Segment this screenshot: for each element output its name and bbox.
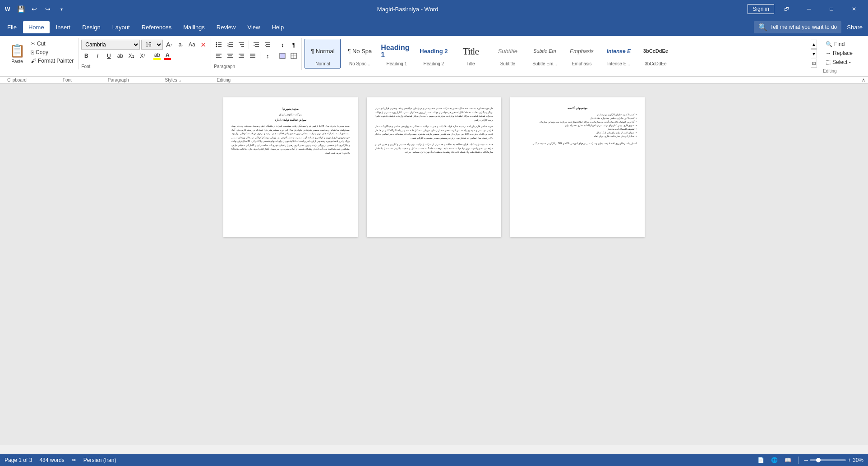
italic-button[interactable]: I [92, 51, 102, 61]
shading-button[interactable] [277, 51, 287, 61]
share-button[interactable]: Share [843, 22, 866, 32]
view-print-button[interactable]: 📄 [756, 455, 766, 465]
styles-scroll-up[interactable]: ▲ [811, 40, 817, 49]
font-size-select[interactable]: 16 [141, 40, 163, 50]
menu-home[interactable]: Home [23, 21, 50, 33]
show-formatting-button[interactable]: ¶ [289, 40, 299, 50]
find-button[interactable]: 🔍 Find [823, 40, 847, 49]
zoom-thumb[interactable] [816, 458, 821, 462]
clipboard-bottom-label: Clipboard [7, 78, 27, 82]
style-subtle-em[interactable]: Subtle Em Subtle Em... [526, 39, 563, 69]
justify-button[interactable] [248, 51, 258, 61]
redo-quick-btn[interactable]: ↪ [42, 3, 54, 15]
decrease-indent-button[interactable] [251, 40, 261, 50]
zoom-out-button[interactable]: ─ [804, 457, 808, 463]
align-right-button[interactable] [236, 51, 246, 61]
para-sep-2 [275, 41, 275, 49]
bullet-3: آنل ترین کنوفیانه قابل بیان آماده این سا… [518, 120, 637, 123]
view-read-button[interactable]: 📖 [783, 455, 793, 465]
borders-button[interactable] [289, 51, 299, 61]
subscript-button[interactable]: X₂ [126, 51, 136, 61]
style-emphasis-preview: Emphasis [566, 41, 597, 61]
superscript-button[interactable]: X² [138, 51, 148, 61]
styles-scroll-buttons: ▲ ▼ ⊡ [811, 40, 817, 68]
menu-design[interactable]: Design [77, 21, 106, 33]
style-subtitle[interactable]: Subtitle Subtitle [489, 39, 526, 69]
copy-button[interactable]: ⎘ Copy [29, 48, 75, 56]
bullets-button[interactable] [214, 40, 224, 50]
multilevel-list-button[interactable] [236, 40, 246, 50]
sign-in-button[interactable]: Sign in [748, 4, 774, 14]
style-normal[interactable]: ¶ Normal Normal [305, 39, 341, 69]
style-heading1[interactable]: Heading 1 Heading 1 [379, 39, 415, 69]
svg-rect-37 [280, 53, 285, 59]
word-count: 484 words [39, 457, 64, 463]
search-bar[interactable]: 🔍 Tell me what you want to do [754, 21, 841, 33]
svg-point-6 [216, 44, 217, 46]
styles-expand-icon[interactable]: ⌟ [179, 78, 181, 82]
quick-access-dropdown[interactable]: ▾ [55, 3, 68, 15]
menu-file[interactable]: File [2, 21, 22, 33]
styles-expand[interactable]: ⊡ [811, 59, 817, 68]
page1-body[interactable]: مجید بصیرنیا متولد سال 1348 از شهر قم و … [231, 124, 350, 155]
page2-body3[interactable]: همه بنت بیشتار و شکایت قرآن خطلقه به مطل… [375, 142, 493, 154]
menu-help[interactable]: Help [266, 21, 289, 33]
replace-button[interactable]: ↔ Replace [823, 49, 855, 58]
styles-scroll-down[interactable]: ▼ [811, 49, 817, 58]
save-quick-btn[interactable]: 💾 [14, 3, 27, 15]
line-spacing-button[interactable]: ↕ [263, 51, 272, 61]
style-no-spacing[interactable]: ¶ No Spa No Spac... [342, 39, 378, 69]
style-subtitle-label: Subtitle [500, 61, 515, 66]
increase-indent-button[interactable] [263, 40, 272, 50]
align-left-button[interactable] [214, 51, 224, 61]
status-right: 📄 🌐 📖 ─ + 30% [756, 455, 863, 465]
numbered-list-button[interactable]: 1.2.3. [225, 40, 235, 50]
underline-button[interactable]: U [104, 51, 114, 61]
view-web-button[interactable]: 🌐 [769, 455, 779, 465]
style-strong[interactable]: 3bCcDdEe 3bCcDdEe [637, 39, 674, 69]
cut-button[interactable]: ✂ Cut [29, 40, 75, 48]
strikethrough-button[interactable]: ab [115, 51, 125, 61]
menu-insert[interactable]: Insert [51, 21, 76, 33]
separator [150, 52, 150, 60]
align-center-button[interactable] [225, 51, 235, 61]
font-shrink-button[interactable]: a- [175, 40, 185, 50]
ribbon-collapse-button[interactable]: ∧ [862, 77, 865, 83]
paste-button[interactable]: 📋 Paste [5, 39, 29, 69]
zoom-area: ─ + 30% [804, 457, 863, 463]
paragraph-group: 1.2.3. ↕ ¶ [211, 38, 302, 70]
bold-button[interactable]: B [81, 51, 91, 61]
editing-group: 🔍 Find ↔ Replace ⬚ Select - Editing [820, 38, 865, 74]
menu-review[interactable]: Review [211, 21, 241, 33]
proofing-icon[interactable]: ✏ [72, 457, 76, 463]
maximize-button[interactable]: □ [821, 2, 842, 16]
clear-formatting-button[interactable]: ✕ [198, 40, 208, 50]
style-title[interactable]: Title Title [452, 39, 489, 69]
format-painter-button[interactable]: 🖌 Format Painter [29, 57, 75, 65]
menu-view[interactable]: View [242, 21, 265, 33]
font-color-button[interactable]: A [163, 51, 172, 60]
font-grow-button[interactable]: A+ [164, 40, 174, 50]
page2-body1[interactable]: طی دوره مشاوره به مدت سه سال منصور به شر… [375, 106, 493, 122]
menu-layout[interactable]: Layout [107, 21, 135, 33]
zoom-in-button[interactable]: + [848, 457, 851, 463]
highlight-color-button[interactable]: ab [152, 51, 162, 60]
clipboard-group: 📋 Paste ✂ Cut ⎘ Copy 🖌 Format Painter [3, 38, 78, 69]
font-name-select[interactable]: Cambria [81, 40, 140, 50]
page3-education: آشنایی با شارطان روی اقتصاد و حسابداری و… [518, 142, 637, 146]
select-button[interactable]: ⬚ Select - [823, 58, 854, 67]
close-button[interactable]: ✕ [844, 2, 864, 16]
sort-button[interactable]: ↕ [277, 40, 287, 50]
style-intense-em[interactable]: Intense E Intense E... [600, 39, 637, 69]
change-case-button[interactable]: Aa [187, 40, 197, 50]
page3-heading: موقعیتهای گذشته [518, 106, 637, 111]
minimize-button[interactable]: ─ [799, 2, 819, 16]
page2-body2[interactable]: تجربه تضامن قاریم بلن آماد ترسیده سازه ق… [375, 124, 493, 140]
style-emphasis[interactable]: Emphasis Emphasis [563, 39, 600, 69]
style-heading2[interactable]: Heading 2 Heading 2 [416, 39, 452, 69]
undo-quick-btn[interactable]: ↩ [28, 3, 41, 15]
menu-references[interactable]: References [136, 21, 177, 33]
restore-button[interactable]: 🗗 [776, 2, 797, 16]
zoom-slider[interactable] [810, 459, 846, 461]
menu-mailings[interactable]: Mailings [178, 21, 210, 33]
